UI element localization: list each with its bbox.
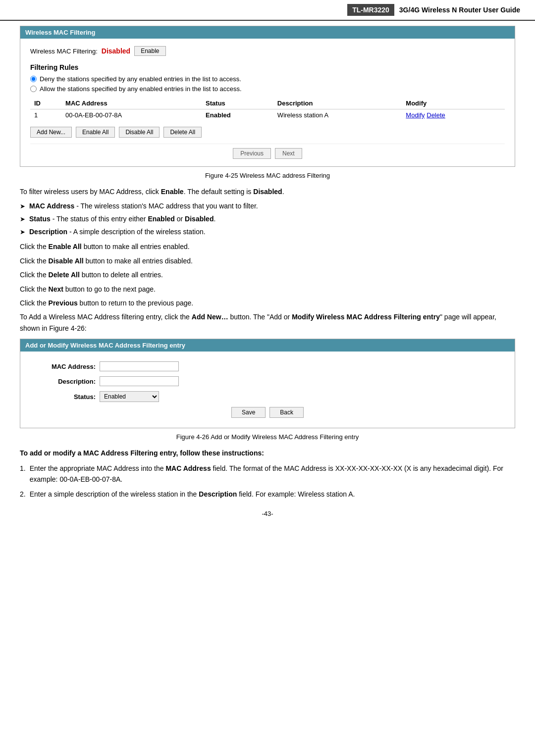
previous-text: Click the Previous button to return to t… <box>20 298 515 308</box>
add-new-intro: To Add a Wireless MAC Address filtering … <box>20 311 515 334</box>
next-text: Click the Next button to go to the next … <box>20 284 515 295</box>
cell-modify: Modify Delete <box>402 109 505 121</box>
num-1: 1. <box>20 463 26 474</box>
bullet-status-text: Status - The status of this entry either… <box>29 214 215 224</box>
radio-allow[interactable] <box>30 86 37 92</box>
radio-deny[interactable] <box>30 76 37 82</box>
cell-id: 1 <box>30 109 61 121</box>
instruction-1-text: Enter the appropriate MAC Address into t… <box>30 463 515 485</box>
status-row: Status: Enabled Disabled <box>35 391 500 402</box>
wireless-mac-filtering-panel: Wireless MAC Filtering Wireless MAC Filt… <box>20 26 515 167</box>
cell-status: Enabled <box>202 109 273 121</box>
radio-allow-label: Allow the stations specified by any enab… <box>40 85 242 93</box>
mac-address-label: MAC Address: <box>35 363 100 370</box>
add-modify-panel: Add or Modify Wireless MAC Address Filte… <box>20 339 515 428</box>
description-label: Description: <box>35 378 100 385</box>
page-number: -43- <box>20 510 515 517</box>
mac-address-input[interactable] <box>100 361 179 371</box>
col-mac: MAC Address <box>61 98 202 109</box>
main-content: Wireless MAC Filtering Wireless MAC Filt… <box>0 26 535 517</box>
enable-all-button[interactable]: Enable All <box>76 127 115 138</box>
instruction-2-text: Enter a simple description of the wirele… <box>30 489 355 500</box>
disable-all-button[interactable]: Disable All <box>119 127 160 138</box>
status-label: Status: <box>35 393 100 401</box>
table-row: 1 00-0A-EB-00-07-8A Enabled Wireless sta… <box>30 109 505 121</box>
status-select[interactable]: Enabled Disabled <box>100 391 159 402</box>
form-buttons: Save Back <box>35 407 500 418</box>
bullet-mac-text: MAC Address - The wireless station's MAC… <box>29 201 258 211</box>
intro-paragraph: To filter wireless users by MAC Address,… <box>20 186 515 197</box>
enable-all-text: Click the Enable All button to make all … <box>20 241 515 252</box>
bullet-description: ➤ Description - A simple description of … <box>20 227 515 237</box>
add-modify-title: Add or Modify Wireless MAC Address Filte… <box>25 342 185 349</box>
model-label: TL-MR3220 <box>347 4 394 16</box>
bullet-status: ➤ Status - The status of this entry eith… <box>20 214 515 224</box>
instruction-2: 2. Enter a simple description of the wir… <box>20 489 515 500</box>
figure25-caption: Figure 4-25 Wireless MAC address Filteri… <box>20 172 515 179</box>
action-buttons: Add New... Enable All Disable All Delete… <box>30 127 505 138</box>
bullet-mac: ➤ MAC Address - The wireless station's M… <box>20 201 515 211</box>
col-description: Description <box>273 98 402 109</box>
delete-all-text: Click the Delete All button to delete al… <box>20 269 515 280</box>
cell-description: Wireless station A <box>273 109 402 121</box>
next-button[interactable]: Next <box>275 148 302 159</box>
back-button[interactable]: Back <box>269 407 304 418</box>
delete-all-button[interactable]: Delete All <box>163 127 202 138</box>
col-id: ID <box>30 98 61 109</box>
instruction-1: 1. Enter the appropriate MAC Address int… <box>20 463 515 485</box>
save-button[interactable]: Save <box>231 407 266 418</box>
bullet-list: ➤ MAC Address - The wireless station's M… <box>20 201 515 237</box>
delete-link[interactable]: Delete <box>427 111 445 119</box>
num-2: 2. <box>20 489 26 500</box>
instructions-title: To add or modify a MAC Address Filtering… <box>20 448 515 458</box>
description-row: Description: <box>35 376 500 386</box>
mac-status-row: Wireless MAC Filtering: Disabled Enable <box>30 46 505 56</box>
description-input[interactable] <box>100 376 179 386</box>
arrow-icon2: ➤ <box>20 214 25 224</box>
mac-filter-table: ID MAC Address Status Description Modify… <box>30 98 505 121</box>
status-value: Disabled <box>102 47 130 55</box>
filtering-rules-title: Filtering Rules <box>30 63 505 71</box>
col-modify: Modify <box>402 98 505 109</box>
previous-button[interactable]: Previous <box>233 148 271 159</box>
bullet-description-text: Description - A simple description of th… <box>29 227 206 237</box>
add-modify-header: Add or Modify Wireless MAC Address Filte… <box>20 339 515 352</box>
panel-body: Wireless MAC Filtering: Disabled Enable … <box>20 39 515 166</box>
add-modify-body: MAC Address: Description: Status: Enable… <box>20 352 515 428</box>
col-status: Status <box>202 98 273 109</box>
mac-address-row: MAC Address: <box>35 361 500 371</box>
radio-deny-label: Deny the stations specified by any enabl… <box>40 75 241 83</box>
instructions-list: 1. Enter the appropriate MAC Address int… <box>20 463 515 500</box>
panel-header: Wireless MAC Filtering <box>20 26 515 39</box>
pagination-row: Previous Next <box>30 144 505 159</box>
enable-button[interactable]: Enable <box>134 46 165 56</box>
arrow-icon: ➤ <box>20 202 25 211</box>
add-new-button[interactable]: Add New... <box>30 127 72 138</box>
figure26-caption: Figure 4-26 Add or Modify Wireless MAC A… <box>20 433 515 441</box>
disable-all-text: Click the Disable All button to make all… <box>20 255 515 266</box>
radio-allow-row: Allow the stations specified by any enab… <box>30 85 505 93</box>
mac-status-label: Wireless MAC Filtering: <box>30 48 98 55</box>
radio-deny-row: Deny the stations specified by any enabl… <box>30 75 505 83</box>
page-header: TL-MR3220 3G/4G Wireless N Router User G… <box>0 0 535 21</box>
arrow-icon3: ➤ <box>20 227 25 237</box>
panel-title: Wireless MAC Filtering <box>25 29 95 36</box>
modify-link[interactable]: Modify <box>406 111 425 119</box>
guide-title: 3G/4G Wireless N Router User Guide <box>394 4 525 16</box>
cell-mac: 00-0A-EB-00-07-8A <box>61 109 202 121</box>
